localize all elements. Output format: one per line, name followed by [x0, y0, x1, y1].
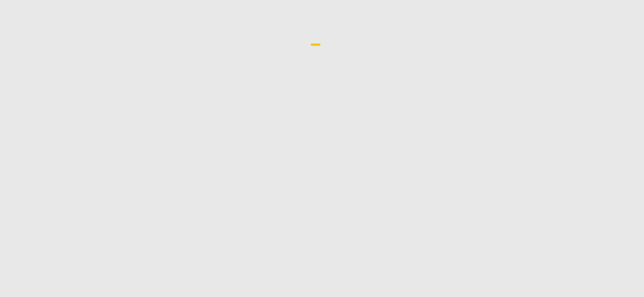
diagram	[0, 0, 644, 297]
top-badge	[311, 43, 320, 46]
